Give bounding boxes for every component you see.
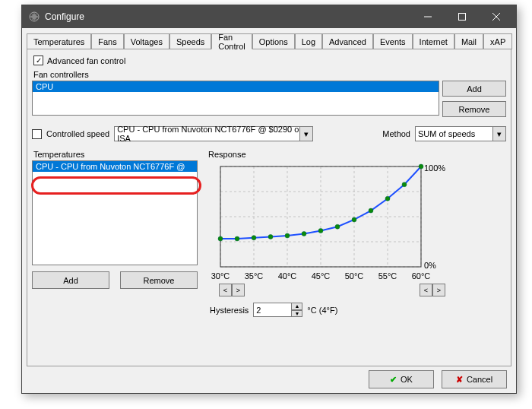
svg-point-25 [335,224,340,229]
advanced-fan-control-label: Advanced fan control [47,56,125,65]
close-button[interactable] [479,5,513,28]
chart-x-nav-right-2[interactable]: > [432,284,445,296]
temp-add-button[interactable]: Add [32,271,109,289]
minimize-button[interactable] [410,5,445,28]
svg-rect-2 [458,14,465,21]
svg-text:60°C: 60°C [412,271,431,281]
tab-internet[interactable]: Internet [413,33,454,49]
svg-point-29 [402,182,407,187]
svg-text:100%: 100% [424,163,445,173]
chart-x-nav-left-2[interactable]: < [420,284,432,296]
svg-point-26 [352,217,356,222]
svg-point-21 [268,234,273,239]
svg-point-30 [419,164,423,169]
title-bar: Configure [22,5,516,28]
fan-controllers-list[interactable]: CPU [32,81,439,116]
fan-controllers-label: Fan controllers [33,70,506,79]
svg-point-27 [369,208,373,213]
tab-log[interactable]: Log [295,33,322,49]
controlled-speed-label: Controlled speed [46,129,109,138]
tab-bar: Temperatures Fans Voltages Speeds Fan Co… [22,28,516,49]
tab-panel: ✓ Advanced fan control Fan controllers C… [27,49,511,366]
hysteresis-input[interactable]: 2 [253,303,291,317]
chevron-down-icon: ▾ [492,127,505,141]
temp-remove-button[interactable]: Remove [120,271,198,289]
x-icon: ✘ [456,375,463,385]
svg-point-22 [285,233,290,238]
svg-point-23 [302,231,306,236]
ok-button[interactable]: ✔ OK [369,370,434,388]
hysteresis-label: Hysteresis [210,306,249,315]
svg-point-20 [252,236,256,240]
tab-voltages[interactable]: Voltages [124,33,169,49]
controlled-speed-dropdown[interactable]: CPU - CPU from Nuvoton NCT6776F @ $0290 … [114,126,313,141]
chart-x-nav-right[interactable]: > [232,284,245,296]
cancel-button[interactable]: ✘ Cancel [442,370,507,388]
svg-point-24 [318,228,323,233]
method-label: Method [382,129,410,138]
list-item[interactable]: CPU [33,81,439,92]
window-title: Configure [45,11,410,22]
chart-x-nav-left[interactable]: < [219,284,232,296]
tab-events[interactable]: Events [373,33,413,49]
method-value: SUM of speeds [418,129,475,138]
tab-speeds[interactable]: Speeds [169,33,211,49]
svg-point-28 [385,196,390,201]
temperatures-list[interactable]: CPU - CPU from Nuvoton NCT6776F @ [32,160,198,265]
check-icon: ✔ [390,375,397,385]
method-dropdown[interactable]: SUM of speeds ▾ [415,126,506,141]
tab-mail[interactable]: Mail [454,33,483,49]
svg-text:50°C: 50°C [345,271,364,281]
svg-text:40°C: 40°C [278,271,297,281]
svg-text:45°C: 45°C [312,271,331,281]
maximize-button[interactable] [445,5,479,28]
controlled-speed-checkbox[interactable] [32,129,42,139]
svg-text:55°C: 55°C [378,271,397,281]
temperature-item[interactable]: CPU - CPU from Nuvoton NCT6776F @ [33,161,197,172]
response-chart[interactable]: 30°C35°C40°C45°C50°C55°C60°C100%0% [207,160,451,282]
temperatures-label: Temperatures [33,150,198,159]
tab-temperatures[interactable]: Temperatures [27,33,91,49]
controlled-speed-value: CPU - CPU from Nuvoton NCT6776F @ $0290 … [117,125,310,143]
app-icon [28,11,40,23]
tab-advanced[interactable]: Advanced [322,33,373,49]
tab-options[interactable]: Options [252,33,295,49]
tab-fan-control[interactable]: Fan Control [211,33,252,49]
fan-add-button[interactable]: Add [442,81,506,97]
svg-text:30°C: 30°C [211,271,230,281]
advanced-fan-control-checkbox[interactable]: ✓ [33,55,43,65]
svg-text:0%: 0% [424,261,436,270]
configure-dialog: Configure Temperatures Fans Voltages Spe… [21,5,517,394]
tab-xap[interactable]: xAP [483,33,512,49]
svg-point-19 [235,236,239,241]
svg-point-18 [218,236,223,241]
response-label: Response [208,150,506,159]
hysteresis-spinner[interactable]: ▲▼ [291,303,302,317]
tab-fans[interactable]: Fans [91,33,123,49]
hysteresis-suffix: °C (4°F) [307,306,337,315]
svg-text:35°C: 35°C [245,271,264,281]
chevron-down-icon: ▾ [299,127,312,141]
fan-remove-button[interactable]: Remove [442,101,506,117]
